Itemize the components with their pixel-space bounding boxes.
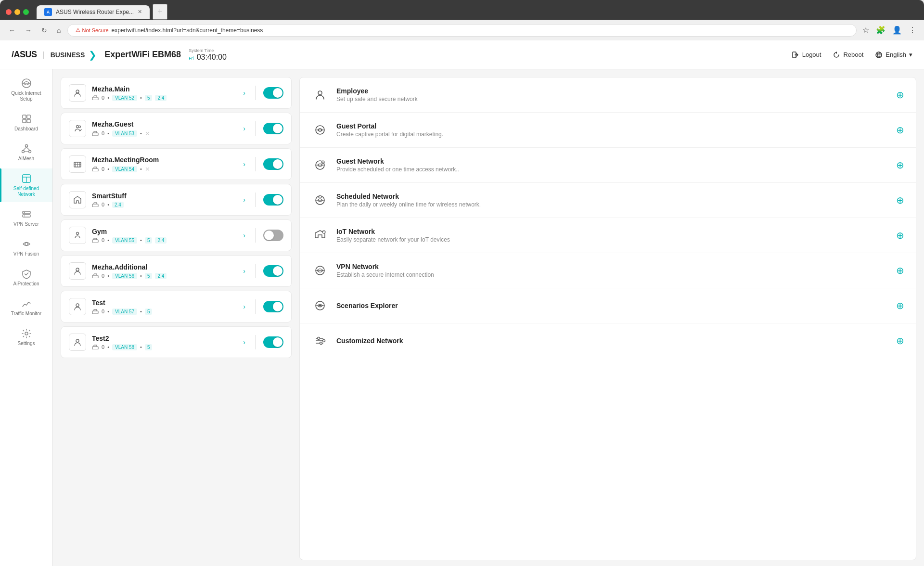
network-toggle-mezha-guest[interactable] xyxy=(263,123,283,134)
network-icon-mezha-main xyxy=(69,84,86,102)
svg-point-57 xyxy=(76,268,79,271)
sidebar-item-aiprotection[interactable]: AiProtection xyxy=(0,264,52,292)
sidebar-item-settings[interactable]: Settings xyxy=(0,323,52,351)
network-card-mezha-meetingroom[interactable]: Mezha.MeetingRoom 0 • VLAN 54 • ✕ › xyxy=(61,148,292,180)
active-tab[interactable]: A ASUS Wireless Router Expe... ✕ xyxy=(37,5,150,19)
forward-button[interactable]: → xyxy=(22,25,35,36)
home-button[interactable]: ⌂ xyxy=(54,25,64,36)
svg-point-14 xyxy=(22,151,24,153)
network-toggle-test2[interactable] xyxy=(263,336,283,348)
sidebar-item-aimesh[interactable]: AiMesh xyxy=(0,139,52,167)
divider xyxy=(255,86,256,100)
svg-point-26 xyxy=(25,243,28,245)
sidebar-item-self-defined[interactable]: Self-definedNetwork xyxy=(0,168,52,202)
header-actions: Logout Reboot English ▾ xyxy=(792,51,912,59)
address-bar[interactable]: ⚠ Not Secure expertwifi.net/index.html?u… xyxy=(67,24,857,37)
network-icon-mezha-guest xyxy=(69,120,86,137)
svg-point-72 xyxy=(318,91,322,95)
network-card-mezha-guest[interactable]: Mezha.Guest 0 • VLAN 53 • ✕ › xyxy=(61,113,292,144)
extensions-button[interactable]: 🧩 xyxy=(874,24,887,37)
scenario-employee[interactable]: Employee Set up safe and secure network … xyxy=(300,77,916,113)
menu-button[interactable]: ⋮ xyxy=(907,24,918,37)
network-card-test2[interactable]: Test2 0 • VLAN 58 • 5 › xyxy=(61,326,292,358)
new-tab-button[interactable]: + xyxy=(153,4,167,20)
add-iot-network-icon[interactable]: ⊕ xyxy=(896,230,904,241)
scenario-iot-network[interactable]: IoT Network Easily separate network for … xyxy=(300,218,916,253)
add-employee-icon[interactable]: ⊕ xyxy=(896,89,904,101)
svg-point-91 xyxy=(318,337,320,340)
logout-button[interactable]: Logout xyxy=(792,51,821,59)
add-guest-network-icon[interactable]: ⊕ xyxy=(896,159,904,171)
svg-point-62 xyxy=(76,304,79,307)
network-name: Mezha.Main xyxy=(92,85,237,93)
scenario-text-vpn-network: VPN Network Establish a secure internet … xyxy=(336,263,896,278)
svg-point-27 xyxy=(25,332,28,335)
scenario-scheduled-network[interactable]: Scheduled Network Plan the daily or week… xyxy=(300,183,916,218)
chevron-right-icon: › xyxy=(243,303,245,310)
add-vpn-network-icon[interactable]: ⊕ xyxy=(896,265,904,276)
scenario-scenarios-explorer[interactable]: Scenarios Explorer ⊕ xyxy=(300,288,916,323)
network-info-gym: Gym 0 • VLAN 55 • 5 2.4 xyxy=(92,228,237,244)
network-card-mezha-additional[interactable]: Mezha.Additional 0 • VLAN 56 • 5 2.4 › xyxy=(61,255,292,287)
svg-point-67 xyxy=(76,339,79,342)
svg-rect-23 xyxy=(23,215,30,217)
svg-point-52 xyxy=(77,232,79,235)
network-info-mezha-guest: Mezha.Guest 0 • VLAN 53 • ✕ xyxy=(92,120,237,137)
close-dot[interactable] xyxy=(6,9,12,15)
scenario-guest-network[interactable]: Guest Network Provide scheduled or one t… xyxy=(300,148,916,183)
scenario-vpn-network[interactable]: VPN Network Establish a secure internet … xyxy=(300,253,916,288)
maximize-dot[interactable] xyxy=(23,9,29,15)
network-card-test[interactable]: Test 0 • VLAN 57 • 5 › xyxy=(61,291,292,322)
reload-button[interactable]: ↻ xyxy=(38,25,50,36)
reboot-button[interactable]: Reboot xyxy=(833,51,863,59)
network-toggle-gym[interactable] xyxy=(263,230,283,241)
tab-favicon: A xyxy=(44,8,52,16)
profile-button[interactable]: 👤 xyxy=(890,24,904,37)
sidebar-item-vpn-server[interactable]: VPN Server xyxy=(0,204,52,232)
scenario-guest-portal[interactable]: Guest Portal Create captive portal for d… xyxy=(300,113,916,148)
scenario-text-customized-network: Customized Network xyxy=(336,337,896,345)
scenario-text-guest-portal: Guest Portal Create captive portal for d… xyxy=(336,122,896,138)
network-toggle-smartstuff[interactable] xyxy=(263,194,283,206)
vpn-fusion-icon xyxy=(21,239,32,249)
network-icon-smartstuff xyxy=(69,191,86,208)
sidebar-item-label: AiProtection xyxy=(13,281,39,287)
network-toggle-mezha-meetingroom[interactable] xyxy=(263,158,283,170)
employee-icon xyxy=(311,86,329,103)
network-info-test2: Test2 0 • VLAN 58 • 5 xyxy=(92,334,237,350)
add-customized-network-icon[interactable]: ⊕ xyxy=(896,335,904,347)
scenario-name: Scenarios Explorer xyxy=(336,302,896,309)
network-toggle-mezha-main[interactable] xyxy=(263,87,283,99)
tab-close-btn[interactable]: ✕ xyxy=(138,9,142,15)
network-card-smartstuff[interactable]: SmartStuff 0 • 2.4 › xyxy=(61,184,292,216)
svg-rect-68 xyxy=(92,347,98,349)
chevron-right-icon: › xyxy=(243,338,245,346)
network-card-gym[interactable]: Gym 0 • VLAN 55 • 5 2.4 › xyxy=(61,219,292,251)
svg-point-90 xyxy=(323,340,325,342)
add-scenarios-explorer-icon[interactable]: ⊕ xyxy=(896,300,904,311)
back-button[interactable]: ← xyxy=(6,25,18,36)
network-meta: 0 • VLAN 57 • 5 xyxy=(92,309,237,315)
scenario-customized-network[interactable]: Customized Network ⊕ xyxy=(300,323,916,358)
globe-icon xyxy=(875,51,883,59)
network-info-smartstuff: SmartStuff 0 • 2.4 xyxy=(92,192,237,208)
network-icon-test2 xyxy=(69,334,86,351)
network-toggle-test[interactable] xyxy=(263,301,283,312)
svg-rect-29 xyxy=(92,97,98,100)
svg-rect-44 xyxy=(92,168,98,171)
minimize-dot[interactable] xyxy=(14,9,20,15)
sidebar-item-dashboard[interactable]: Dashboard xyxy=(0,109,52,137)
sidebar-item-quick-internet[interactable]: Quick InternetSetup xyxy=(0,73,52,107)
bookmark-button[interactable]: ☆ xyxy=(860,24,871,37)
guest-portal-icon xyxy=(311,121,329,139)
sidebar-item-vpn-fusion[interactable]: VPN Fusion xyxy=(0,234,52,262)
network-card-mezha-main[interactable]: Mezha.Main 0 • VLAN 52 • 5 2.4 › xyxy=(61,77,292,109)
url-text: expertwifi.net/index.html?url=sdn&curren… xyxy=(112,27,263,34)
language-selector[interactable]: English ▾ xyxy=(875,51,912,59)
network-toggle-mezha-additional[interactable] xyxy=(263,265,283,277)
add-scheduled-network-icon[interactable]: ⊕ xyxy=(896,194,904,206)
sidebar-item-traffic-monitor[interactable]: Traffic Monitor xyxy=(0,294,52,322)
add-guest-portal-icon[interactable]: ⊕ xyxy=(896,124,904,136)
sidebar-item-label: AiMesh xyxy=(18,156,34,162)
scenario-desc: Easily separate network for your IoT dev… xyxy=(336,236,896,243)
